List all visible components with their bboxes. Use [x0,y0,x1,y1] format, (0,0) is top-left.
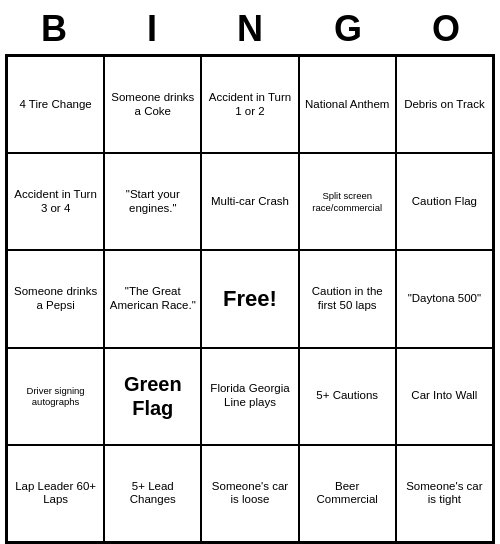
bingo-cell-24[interactable]: Someone's car is tight [396,445,493,542]
bingo-cell-10[interactable]: Someone drinks a Pepsi [7,250,104,347]
bingo-cell-15[interactable]: Driver signing autographs [7,348,104,445]
bingo-cell-17[interactable]: Florida Georgia Line plays [201,348,298,445]
letter-g: G [304,8,392,50]
bingo-cell-18[interactable]: 5+ Cautions [299,348,396,445]
bingo-grid: 4 Tire ChangeSomeone drinks a CokeAccide… [5,54,495,544]
bingo-cell-12[interactable]: Free! [201,250,298,347]
bingo-cell-14[interactable]: "Daytona 500" [396,250,493,347]
bingo-cell-9[interactable]: Caution Flag [396,153,493,250]
bingo-cell-6[interactable]: "Start your engines." [104,153,201,250]
bingo-cell-4[interactable]: Debris on Track [396,56,493,153]
bingo-cell-3[interactable]: National Anthem [299,56,396,153]
bingo-cell-7[interactable]: Multi-car Crash [201,153,298,250]
bingo-cell-21[interactable]: 5+ Lead Changes [104,445,201,542]
bingo-cell-5[interactable]: Accident in Turn 3 or 4 [7,153,104,250]
bingo-title: B I N G O [5,0,495,54]
bingo-cell-20[interactable]: Lap Leader 60+ Laps [7,445,104,542]
bingo-cell-0[interactable]: 4 Tire Change [7,56,104,153]
letter-n: N [206,8,294,50]
bingo-cell-23[interactable]: Beer Commercial [299,445,396,542]
letter-o: O [402,8,490,50]
bingo-cell-1[interactable]: Someone drinks a Coke [104,56,201,153]
bingo-cell-11[interactable]: "The Great American Race." [104,250,201,347]
bingo-cell-13[interactable]: Caution in the first 50 laps [299,250,396,347]
bingo-cell-2[interactable]: Accident in Turn 1 or 2 [201,56,298,153]
bingo-cell-16[interactable]: Green Flag [104,348,201,445]
bingo-cell-8[interactable]: Split screen race/commercial [299,153,396,250]
letter-i: I [108,8,196,50]
bingo-cell-22[interactable]: Someone's car is loose [201,445,298,542]
bingo-cell-19[interactable]: Car Into Wall [396,348,493,445]
letter-b: B [10,8,98,50]
